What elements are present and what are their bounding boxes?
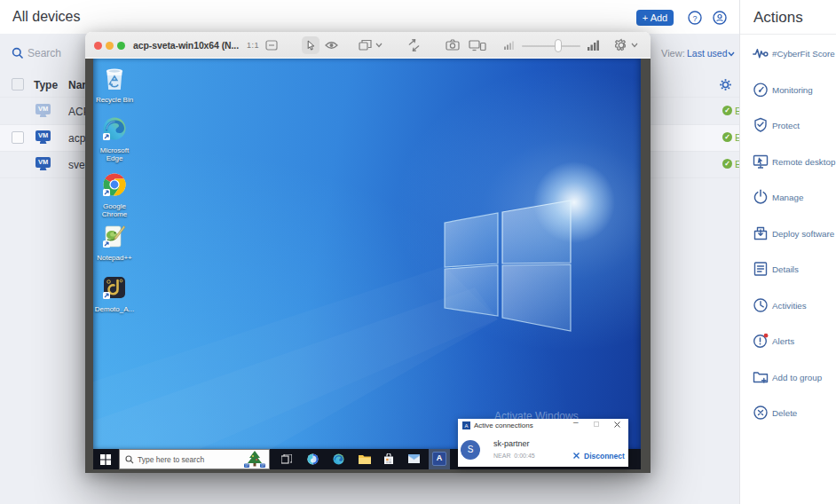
svg-text:17: 17 xyxy=(261,464,264,468)
svg-text:17: 17 xyxy=(245,464,248,468)
svg-text:?: ? xyxy=(692,14,697,23)
svg-text:A: A xyxy=(464,423,468,429)
